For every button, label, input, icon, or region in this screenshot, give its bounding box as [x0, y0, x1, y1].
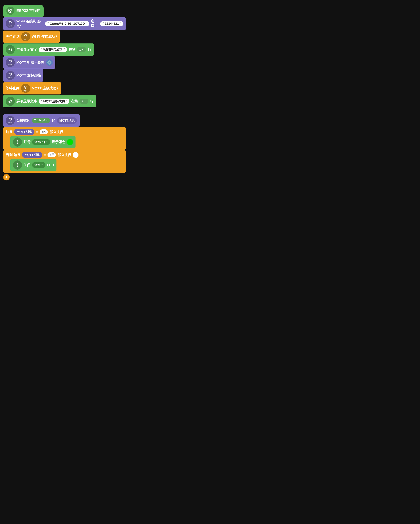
blocks-container: + ESP32 主程序 WIFI Wi-Fi 连接到 热点: " OpenWrt…: [3, 5, 126, 180]
mqtt-init-icon: MQTT: [6, 58, 15, 67]
screen-mqtt-text2: 在第: [71, 99, 78, 104]
section-gap: [3, 108, 126, 114]
mqtt-connect-text1: MQTT 发起连接: [16, 73, 41, 78]
wifi-icon-circle: WIFI: [6, 19, 15, 28]
if-on-equals: =: [36, 130, 38, 134]
circuit-icon: +: [6, 7, 15, 15]
svg-point-10: [25, 36, 26, 37]
main-program-group: + ESP32 主程序 WIFI Wi-Fi 连接到 热点: " OpenWrt…: [3, 5, 126, 108]
wifi-connect-text1: Wi-Fi 连接到 热点:: [16, 19, 43, 28]
screen-wifi-text1: 屏幕显示文字: [16, 47, 37, 52]
svg-point-9: [10, 24, 10, 24]
svg-point-1: [10, 10, 11, 12]
if-on-inner: + 灯号 全部(-1) ▼ 显示颜色: [10, 136, 123, 148]
svg-text:+: +: [9, 49, 10, 50]
elseif-off-text2: 那么执行: [57, 153, 71, 157]
mqtt-init-text1: MQTT 初始化参数: [16, 60, 44, 65]
wait-mqtt-block: 等待直到 MQTT MQTT 连接成功?: [3, 82, 61, 95]
wait-mqtt-icon-label: MQTT: [24, 90, 28, 91]
svg-text:+: +: [17, 165, 17, 166]
elseif-off-text1: 否则 如果: [6, 153, 20, 157]
svg-text:+: +: [17, 142, 17, 143]
on-receive-text2: 的: [52, 118, 55, 123]
mqtt-connect-icon: MQTT: [6, 71, 15, 80]
wait-wifi-text2: Wi-Fi 连接成功?: [32, 34, 57, 39]
wait-wifi-icon-label: WIFI: [24, 38, 27, 40]
on-receive-block: MQTT 当接收到 Topic_0 ▼ 的 MQTT消息: [3, 114, 80, 127]
light-off-text2: LED: [47, 163, 54, 167]
if-on-header: 如果 MQTT消息 = on 那么执行: [6, 129, 123, 135]
on-receive-icon: MQTT: [6, 116, 15, 125]
screen-wifi-icon: +: [6, 45, 15, 54]
light-off-block: + 关闭 全部 ▼ LED: [10, 159, 57, 171]
svg-point-28: [10, 120, 10, 121]
color-picker-dot[interactable]: [67, 139, 73, 145]
elseif-off-inner: + 关闭 全部 ▼ LED: [10, 159, 123, 171]
mqtt-init-icon-label: MQTT: [8, 64, 12, 66]
svg-text:+: +: [9, 101, 10, 102]
light-off-text1: 关闭: [24, 163, 31, 167]
screen-wifi-row-dropdown[interactable]: 1 ▼: [77, 47, 86, 52]
screen-mqtt-row-dropdown[interactable]: 2 ▼: [79, 99, 88, 104]
on-receive-icon-label: MQTT: [8, 122, 12, 124]
hat-block: + ESP32 主程序: [3, 5, 43, 17]
svg-point-6: [8, 9, 9, 10]
if-on-value[interactable]: on: [40, 130, 48, 134]
wifi-password-value[interactable]: " 12344321 ": [100, 21, 123, 26]
light-off-icon: +: [13, 160, 22, 170]
svg-point-18: [10, 62, 10, 63]
screen-wifi-value1[interactable]: " WiFi连接成功 ": [39, 47, 67, 52]
screen-wifi-text2: 在第: [69, 47, 76, 52]
svg-point-19: [10, 75, 10, 76]
screen-mqtt-block: + 屏幕显示文字 " MQTT连接成功 " 在第 2 ▼ 行: [3, 95, 96, 107]
mqtt-msg-pill: MQTT消息: [57, 117, 77, 124]
wifi-connect-text2: 密码:: [91, 19, 99, 28]
elseif-off-block: 否则 如果 MQTT消息 = off 那么执行 −: [3, 150, 126, 173]
screen-wifi-block: + 屏幕显示文字 " WiFi连接成功 " 在第 1 ▼ 行: [3, 44, 94, 56]
wifi-connect-block: WIFI Wi-Fi 连接到 热点: " OpenWrt_2.4G_1C710D…: [3, 17, 126, 30]
light-on-text2: 显示颜色: [52, 140, 66, 144]
wait-wifi-block: 等待直到 WIFI Wi-Fi 连接成功?: [3, 31, 60, 43]
light-on-text1: 灯号: [24, 140, 31, 144]
if-on-text1: 如果: [6, 130, 13, 134]
svg-text:+: +: [8, 10, 9, 11]
on-receive-text1: 当接收到: [16, 118, 30, 123]
svg-point-20: [25, 88, 26, 89]
wait-wifi-text1: 等待直到: [6, 34, 19, 39]
handler-group: MQTT 当接收到 Topic_0 ▼ 的 MQTT消息 如果 MQTT消息 =…: [3, 114, 126, 180]
mqtt-connect-block: MQTT MQTT 发起连接: [3, 69, 43, 82]
elseif-off-header: 否则 如果 MQTT消息 = off 那么执行 −: [6, 152, 123, 158]
light-num-dropdown[interactable]: 全部(-1) ▼: [32, 139, 50, 145]
screen-mqtt-icon: +: [6, 97, 15, 106]
wifi-label: WIFI: [9, 25, 12, 27]
elseif-off-equals: =: [44, 153, 46, 157]
light-on-icon: +: [13, 138, 22, 147]
mqtt-init-block: MQTT MQTT 初始化参数 ⚙️: [3, 56, 55, 69]
screen-wifi-text3: 行: [88, 47, 91, 52]
wait-mqtt-text1: 等待直到: [6, 86, 19, 91]
elseif-off-value[interactable]: off: [48, 152, 56, 157]
screen-mqtt-text3: 行: [90, 99, 93, 104]
if-on-text2: 那么执行: [49, 130, 63, 134]
wait-wifi-icon: WIFI: [21, 32, 30, 41]
topic-dropdown[interactable]: Topic_0 ▼: [32, 118, 50, 123]
mqtt-connect-icon-label: MQTT: [8, 77, 12, 79]
hat-label: ESP32 主程序: [16, 8, 41, 13]
wifi-ssid-value[interactable]: " OpenWrt_2.4G_1C710D ": [45, 21, 89, 26]
wait-mqtt-icon: MQTT: [21, 84, 30, 93]
if-condition-pill: MQTT消息: [14, 129, 34, 135]
add-branch-button[interactable]: +: [3, 174, 10, 180]
close-all-dropdown[interactable]: 全部 ▼: [32, 162, 45, 168]
light-on-block: + 灯号 全部(-1) ▼ 显示颜色: [10, 136, 76, 148]
if-on-block: 如果 MQTT消息 = on 那么执行: [3, 127, 126, 150]
elseif-condition-pill: MQTT消息: [22, 152, 42, 158]
gear-icon[interactable]: ⚙️: [46, 59, 53, 66]
screen-mqtt-value1[interactable]: " MQTT连接成功 ": [39, 99, 69, 104]
remove-elseif-button[interactable]: −: [73, 152, 78, 158]
screen-mqtt-text1: 屏幕显示文字: [16, 99, 37, 104]
wait-mqtt-text2: MQTT 连接成功?: [32, 86, 59, 91]
